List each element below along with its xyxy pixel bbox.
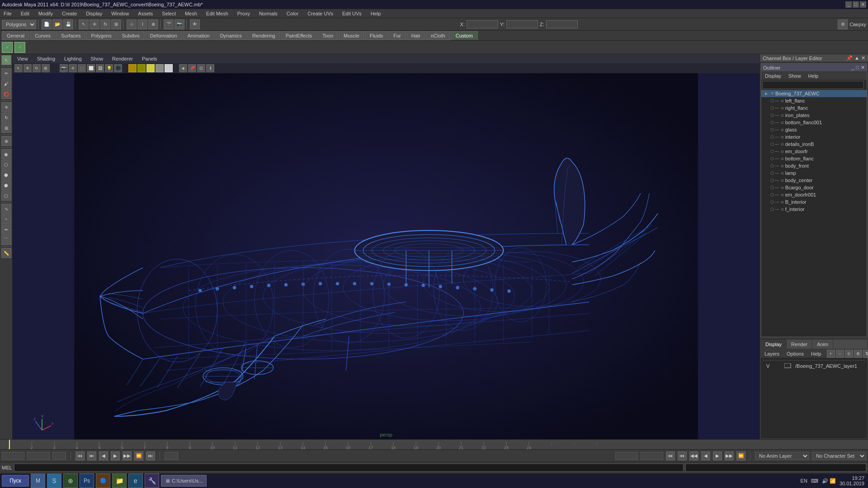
channel-tab-anim[interactable]: Anim [812,339,833,349]
viewport[interactable]: View Shading Lighting Show Renderer Pane… [13,54,760,439]
tree-item-right_flanc[interactable]: ⬡ — ○ right_flanc [761,104,867,112]
shelf-tab-hair[interactable]: Hair [406,31,425,40]
vp-rotate-btn[interactable]: ↻ [33,64,41,72]
shelf-tab-general[interactable]: General [2,31,29,40]
channel-box-pin[interactable]: 📌 [846,55,853,61]
range-start-field[interactable]: 24.00 [615,452,638,460]
vp-grid-btn[interactable]: # [69,64,77,72]
taskbar-icon-skype[interactable]: S [47,474,61,488]
vp-smooth-btn[interactable]: ⬜ [87,64,95,72]
transport-play-2[interactable]: ▶ [713,451,722,460]
layer-subtab-options[interactable]: Options [785,351,806,357]
transport-prev-key-2[interactable]: ⏮ [678,451,687,460]
outliner-menu-help[interactable]: Help [807,73,821,79]
joint-btn[interactable]: ⬟ [1,180,11,190]
paint2-btn[interactable]: 🖌 [1,79,11,89]
open-scene-btn[interactable]: 📂 [52,19,62,29]
transport-prev-frame-2[interactable]: ◀◀ [689,451,698,460]
title-bar-controls[interactable]: _ □ ✕ [845,1,866,8]
go-start-btn[interactable]: ⏮ [75,451,85,460]
next-key-btn[interactable]: ⏩ [134,451,143,460]
rotate-tool-btn[interactable]: ↻ [100,19,110,29]
menu-display[interactable]: Display [84,11,104,16]
menu-proxy[interactable]: Proxy [236,11,252,16]
range-end-field[interactable]: 48.00 [641,452,663,460]
select-tool-btn[interactable]: ↖ [79,19,89,29]
curve-pencil-btn[interactable]: ✏ [1,225,11,235]
shelf-tab-ncloth[interactable]: nCloth [426,31,450,40]
vp-hud-btn[interactable]: ℹ [206,64,214,72]
minimize-btn[interactable]: _ [845,1,852,8]
curve-cv-btn[interactable]: ∿ [1,204,11,214]
shelf-tab-polygons[interactable]: Polygons [86,31,116,40]
scale-tool-btn[interactable]: ⊞ [111,19,121,29]
shelf-tab-curves[interactable]: Curves [30,31,56,40]
vp-bookmark-btn[interactable]: 📌 [188,64,196,72]
tree-item-em_doorfr001[interactable]: ⬡ — ○ em_doorfr001 [761,191,867,198]
ipr-btn[interactable]: 📷 [175,19,184,29]
vp-texture-btn[interactable]: 🖼 [96,64,104,72]
ik-btn[interactable]: ⬠ [1,191,11,201]
select-mode-btn[interactable]: ↖ [1,55,11,65]
channel-box-close[interactable]: ✕ [861,55,865,61]
layer-subtab-layers[interactable]: Layers [763,351,781,357]
outliner-menu-display[interactable]: Display [763,73,783,79]
vp-select-btn[interactable]: ↖ [14,64,23,72]
vp-snap-btn[interactable]: ⊡ [197,64,205,72]
transport-prev-1[interactable]: ◀ [701,451,710,460]
scale-btn[interactable]: ⊞ [1,123,11,133]
vp-camera-btn[interactable]: 📷 [60,64,68,72]
shelf-tab-painteffects[interactable]: PaintEffects [281,31,317,40]
menu-color[interactable]: Color [285,11,300,16]
timeline[interactable]: 1 2 3 4 5 6 7 8 9 10 11 [0,439,868,449]
layer-subtab-help[interactable]: Help [809,351,823,357]
outliner-min[interactable]: _ [851,65,854,70]
vp-color1-btn[interactable] [128,64,137,72]
no-char-set-select[interactable]: No Character Set [812,452,866,460]
vp-color4-btn[interactable] [156,64,164,72]
menu-create-uvs[interactable]: Create UVs [306,11,335,16]
tree-item-B_interior[interactable]: ⬡ — ○ B_interior [761,198,867,206]
tree-expand-root[interactable]: ▶ [765,91,769,96]
taskbar-icon-explorer[interactable]: 📁 [112,474,127,488]
tree-item-left_flanc[interactable]: ⬡ — ○ left_flanc [761,97,867,104]
vp-menu-renderer[interactable]: Renderer [110,56,135,61]
layer-sort-btn[interactable]: ⇅ [863,350,868,358]
layer-add-btn[interactable]: + [827,350,835,358]
menu-modify[interactable]: Modify [37,11,55,16]
paint-btn[interactable]: ✏ [1,68,11,78]
layer-opt-btn[interactable]: ⚙ [854,350,862,358]
menu-select[interactable]: Select [160,11,178,16]
transport-go-start-2[interactable]: ⏮ [666,451,675,460]
shelf-tab-dynamics[interactable]: Dynamics [215,31,247,40]
menu-edit-mesh[interactable]: Edit Mesh [204,11,230,16]
no-anim-layer-select[interactable]: No Anim Layer [755,452,809,460]
tree-item-interior[interactable]: ⬡ — ○ interior [761,133,867,141]
tree-item-bottom_flanc001[interactable]: ⬡ — ○ bottom_flanc001 [761,119,867,126]
time-current-field[interactable]: 1.00 [27,452,50,460]
tree-item-body_front[interactable]: ⬡ — ○ body_front [761,162,867,169]
transport-next-1[interactable]: ▶▶ [725,451,734,460]
vp-menu-lighting[interactable]: Lighting [62,56,84,61]
prev-frame-btn[interactable]: ◀ [99,451,108,460]
channel-box-expand[interactable]: ▲ [854,55,859,61]
channel-tab-render[interactable]: Render [787,339,812,349]
shelf-tab-rendering[interactable]: Rendering [247,31,280,40]
layer-dup-btn[interactable]: ⎘ [845,350,853,358]
cluster-btn[interactable]: ⬢ [1,170,11,180]
vp-menu-shading[interactable]: Shading [35,56,57,61]
x-input[interactable] [467,20,498,28]
taskbar-icon-blender[interactable]: 🔵 [96,474,110,488]
shelf-tab-fluids[interactable]: Fluids [365,31,388,40]
z-input[interactable] [546,20,578,28]
shelf-icon-1[interactable]: ✓ [2,42,13,53]
time-start-field[interactable]: 1.00 [2,452,24,460]
menu-normals[interactable]: Normals [257,11,279,16]
vp-color3-btn[interactable] [146,64,155,72]
vp-shadow-btn[interactable]: 🌑 [114,64,122,72]
channel-tab-display[interactable]: Display [761,339,787,349]
shelf-tab-muscle[interactable]: Muscle [339,31,364,40]
snap-grid-btn[interactable]: ⊹ [127,19,137,29]
shelf-tab-subdivs[interactable]: Subdivs [117,31,145,40]
outliner-menu-show[interactable]: Show [787,73,803,79]
